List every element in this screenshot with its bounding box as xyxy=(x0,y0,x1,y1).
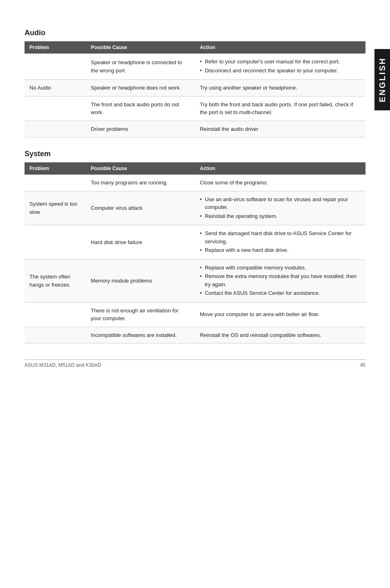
table-row: No Audio Speaker or headphone does not w… xyxy=(25,80,365,97)
system-col-cause: Possible Cause xyxy=(86,162,195,175)
cause-cell: Speaker or headphone does not work. xyxy=(86,80,195,97)
problem-cell xyxy=(25,302,86,327)
table-row: System speed is too slow Computer virus … xyxy=(25,191,365,225)
page-footer: ASUS M31AD, M51AD and K30AD 45 xyxy=(25,359,365,368)
problem-cell xyxy=(25,96,86,121)
action-cell: Try both the front and back audio ports.… xyxy=(195,96,365,121)
problem-cell: The system often hangs or freezes. xyxy=(25,259,86,302)
audio-section-title: Audio xyxy=(25,29,365,37)
cause-cell: Memory module problems xyxy=(86,259,195,302)
footer-left: ASUS M31AD, M51AD and K30AD xyxy=(25,362,101,368)
table-row: There is not enough air ventilation for … xyxy=(25,302,365,327)
cause-cell: Incompatible softwares are installed. xyxy=(86,327,195,343)
audio-col-cause: Possible Cause xyxy=(86,41,195,54)
problem-cell xyxy=(25,225,86,260)
action-cell: Move your computer to an area with bette… xyxy=(195,302,365,327)
system-col-problem: Problem xyxy=(25,162,86,175)
table-row: Speaker or headphone is connected to the… xyxy=(25,54,365,80)
table-row: The system often hangs or freezes. Memor… xyxy=(25,259,365,302)
cause-cell: There is not enough air ventilation for … xyxy=(86,302,195,327)
problem-cell xyxy=(25,327,86,343)
audio-col-action: Action xyxy=(195,41,365,54)
problem-cell: System speed is too slow xyxy=(25,191,86,225)
system-section-title: System xyxy=(25,150,365,158)
table-row: Too many programs are running. Close som… xyxy=(25,175,365,191)
page-container: ENGLISH Audio Problem Possible Cause Act… xyxy=(0,0,390,380)
system-col-action: Action xyxy=(195,162,365,175)
cause-cell: Computer virus attack xyxy=(86,191,195,225)
cause-cell: Too many programs are running. xyxy=(86,175,195,191)
cause-cell: The front and back audio ports do not wo… xyxy=(86,96,195,121)
action-cell: Reinstall the audio driver xyxy=(195,121,365,137)
action-cell: Reinstall the OS and reinstall compatibl… xyxy=(195,327,365,343)
table-row: Driver problems Reinstall the audio driv… xyxy=(25,121,365,137)
table-row: Incompatible softwares are installed. Re… xyxy=(25,327,365,343)
action-cell: Replace with compatible memory modules. … xyxy=(195,259,365,302)
action-cell: Send the damaged hard disk drive to ASUS… xyxy=(195,225,365,260)
cause-cell: Speaker or headphone is connected to the… xyxy=(86,54,195,80)
problem-cell: No Audio xyxy=(25,80,86,97)
action-cell: Close some of the programs. xyxy=(195,175,365,191)
problem-cell xyxy=(25,121,86,137)
system-table: Problem Possible Cause Action Too many p… xyxy=(25,162,365,343)
action-cell: Try using another speaker or headphone. xyxy=(195,80,365,97)
footer-right: 45 xyxy=(360,362,365,368)
problem-cell xyxy=(25,175,86,191)
action-cell: Use an anti-virus software to scan for v… xyxy=(195,191,365,225)
cause-cell: Hard disk drive failure xyxy=(86,225,195,260)
audio-col-problem: Problem xyxy=(25,41,86,54)
problem-cell xyxy=(25,54,86,80)
audio-table: Problem Possible Cause Action Speaker or… xyxy=(25,41,365,137)
action-cell: Refer to your computer's user manual for… xyxy=(195,54,365,80)
side-tab: ENGLISH xyxy=(374,49,390,110)
table-row: Hard disk drive failure Send the damaged… xyxy=(25,225,365,260)
cause-cell: Driver problems xyxy=(86,121,195,137)
table-row: The front and back audio ports do not wo… xyxy=(25,96,365,121)
